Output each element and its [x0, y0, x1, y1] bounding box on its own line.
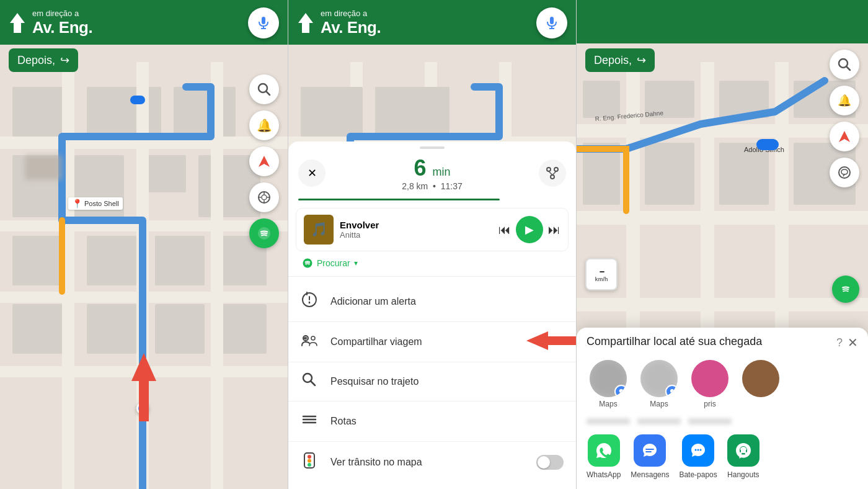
- app-item-whatsapp[interactable]: WhatsApp: [587, 434, 621, 479]
- routes-icon: [301, 411, 318, 431]
- menu-item-traffic[interactable]: Ver trânsito no mapa: [288, 442, 576, 483]
- contact-item-4[interactable]: [739, 360, 782, 408]
- nav-top-bar-p2: em direção a Av. Eng.: [288, 0, 576, 45]
- contact-avatar-2: [640, 360, 678, 397]
- share-close-button[interactable]: ✕: [848, 335, 858, 350]
- app-item-mensagens[interactable]: Mensagens: [631, 434, 669, 479]
- share-panel: Compartilhar local até sua chegada ? ✕: [577, 328, 868, 489]
- blurred-name-1: [587, 418, 630, 424]
- menu-item-search-route[interactable]: Pesquisar no trajeto: [288, 362, 576, 402]
- nav-top-bar-p3: Depois, ↪: [577, 0, 868, 43]
- nav-top-bar: em direção a Av. Eng.: [0, 0, 288, 45]
- search-icon: [257, 83, 271, 96]
- volume-icon: 🔔: [257, 118, 272, 133]
- whatsapp-svg: [595, 441, 613, 460]
- contact-avatar-3: [691, 360, 728, 397]
- menu-item-routes[interactable]: Rotas: [288, 402, 576, 442]
- alert-icon: [301, 292, 318, 312]
- next-button[interactable]: ⏭: [548, 223, 560, 237]
- depois-badge-p3: Depois, ↪: [585, 48, 655, 72]
- play-button[interactable]: ▶: [516, 216, 543, 243]
- mic-icon: [256, 16, 271, 30]
- batepapos-icon: [682, 434, 714, 467]
- svg-line-65: [311, 381, 315, 385]
- svg-rect-3: [174, 87, 236, 137]
- svg-rect-9: [87, 236, 136, 285]
- close-button[interactable]: ✕: [298, 159, 326, 187]
- volume-button[interactable]: 🔔: [249, 110, 279, 140]
- eta-info: 6 min 2,8 km • 11:37: [326, 155, 539, 191]
- svg-rect-44: [375, 87, 450, 137]
- svg-point-60: [311, 336, 315, 340]
- arrow-up-svg-p2: [297, 12, 314, 34]
- share-help-button[interactable]: ?: [836, 336, 843, 349]
- route-options-icon: [546, 166, 559, 180]
- svg-rect-43: [301, 87, 363, 137]
- app-item-hangouts[interactable]: Hangouts: [727, 434, 760, 479]
- menu-item-alert[interactable]: Adicionar um alerta: [288, 282, 576, 322]
- contact-item-3[interactable]: pris: [688, 360, 732, 408]
- direction-text-p2: em direção a Av. Eng.: [321, 9, 381, 37]
- blur-area-1: [25, 155, 62, 180]
- direction-info: em direção a Av. Eng.: [9, 9, 92, 37]
- speed-indicator: -- km/h: [585, 258, 618, 290]
- route-options-button[interactable]: [539, 159, 566, 187]
- mic-button[interactable]: [248, 7, 279, 38]
- spotify-button[interactable]: [249, 218, 279, 248]
- navigate-button-p3[interactable]: [830, 122, 859, 151]
- search-button[interactable]: [249, 74, 279, 104]
- traffic-toggle[interactable]: [536, 455, 564, 470]
- turn-right-icon: ↪: [60, 53, 69, 67]
- contact-avatar-4: [742, 360, 779, 397]
- spotify-icon: [257, 226, 272, 241]
- speed-button[interactable]: -- km/h: [585, 258, 618, 290]
- svg-marker-45: [298, 13, 313, 33]
- svg-point-98: [698, 449, 699, 451]
- chat-icon: [257, 191, 271, 204]
- mic-button-p2[interactable]: [536, 7, 567, 38]
- chat-button[interactable]: [249, 182, 279, 212]
- svg-line-28: [266, 91, 270, 95]
- red-arrow-left-annotation: [520, 325, 577, 359]
- hangouts-svg: [734, 441, 753, 460]
- svg-rect-2: [87, 87, 161, 137]
- toggle-knob: [538, 456, 550, 469]
- direction-text: em direção a Av. Eng.: [32, 9, 92, 37]
- chat-button-p3[interactable]: [830, 158, 859, 187]
- posto-shell-label: 📍 Posto Shell: [68, 197, 123, 210]
- svg-rect-46: [550, 17, 554, 24]
- svg-point-97: [695, 449, 697, 451]
- panel-share: R. Eng. Frederico Dahne Adolfo Simch Dep…: [577, 0, 868, 489]
- contact-item-1[interactable]: Maps: [587, 360, 630, 408]
- svg-rect-74: [577, 124, 868, 138]
- svg-point-31: [262, 195, 267, 200]
- hangouts-icon: [727, 434, 760, 467]
- turn-right-icon-p3: ↪: [637, 53, 646, 67]
- panel-route-menu: em direção a Av. Eng. ✕ 6 min: [288, 0, 577, 489]
- search-icon-p3: [838, 58, 851, 71]
- contact-item-2[interactable]: Maps: [637, 360, 681, 408]
- red-arrow-svg: [125, 350, 162, 424]
- spotify-float-icon: [838, 282, 853, 297]
- volume-button-p3[interactable]: 🔔: [830, 86, 859, 115]
- svg-point-51: [551, 175, 554, 179]
- navigate-button[interactable]: [249, 146, 279, 176]
- blurred-name-3: [688, 418, 732, 424]
- spotify-procurar-button[interactable]: Procurar ▾: [296, 255, 364, 271]
- prev-button[interactable]: ⏮: [498, 223, 511, 237]
- svg-marker-63: [526, 331, 576, 350]
- bottom-sheet: ✕ 6 min 2,8 km • 11:37: [288, 141, 576, 489]
- search-button-p3[interactable]: [830, 50, 859, 79]
- chat-icon-p3: [838, 166, 851, 179]
- spotify-float-button[interactable]: [832, 276, 859, 303]
- svg-point-71: [308, 459, 311, 463]
- svg-line-53: [552, 171, 556, 175]
- spotify-small-icon: [302, 258, 313, 269]
- direction-info-p2: em direção a Av. Eng.: [297, 9, 381, 37]
- app-item-batepapos[interactable]: Bate-papos: [679, 434, 717, 479]
- menu-item-share-trip[interactable]: Compartilhar viagem: [288, 322, 576, 362]
- contact-names-row: [587, 418, 858, 424]
- svg-point-72: [308, 463, 311, 467]
- svg-rect-85: [645, 143, 694, 205]
- eta-row: ✕ 6 min 2,8 km • 11:37: [288, 155, 576, 199]
